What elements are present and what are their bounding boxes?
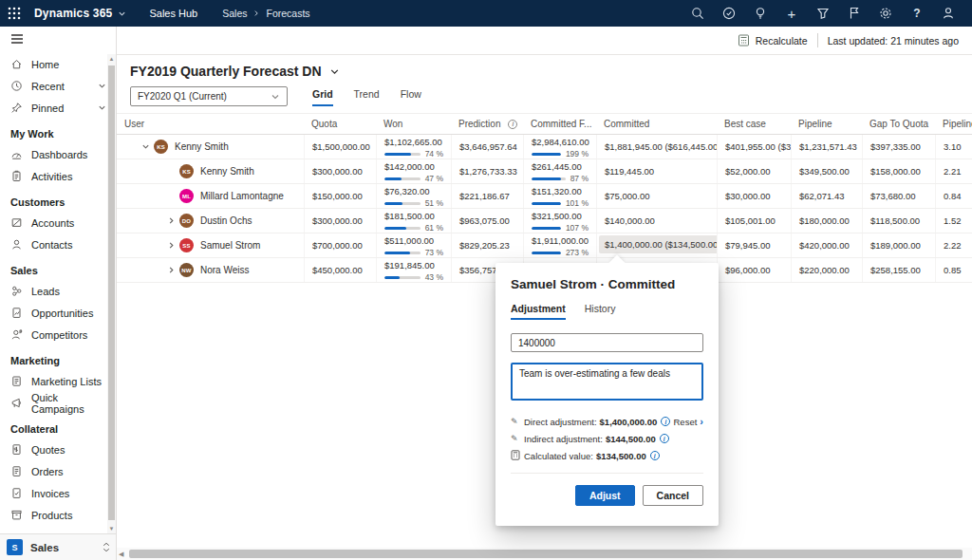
column-header-gap-to-quota[interactable]: Gap To Quota: [862, 113, 935, 135]
hamburger-menu-icon[interactable]: [0, 27, 116, 51]
sidebar-item-quotes[interactable]: Quotes: [0, 439, 116, 460]
info-icon[interactable]: i: [650, 451, 660, 460]
tab-grid[interactable]: Grid: [312, 88, 333, 106]
lightbulb-icon[interactable]: [748, 2, 773, 25]
column-header-won[interactable]: Won: [376, 113, 451, 135]
info-icon[interactable]: i: [661, 417, 670, 426]
sidebar-item-recent[interactable]: Recent: [0, 75, 116, 97]
adjust-button[interactable]: Adjust: [575, 485, 635, 506]
user-name[interactable]: Dustin Ochs: [200, 215, 252, 226]
best-case-cell[interactable]: $30,000.00: [717, 184, 791, 208]
sidebar-item-contacts[interactable]: Contacts: [0, 233, 116, 255]
scroll-down-arrow-icon[interactable]: ▼: [107, 526, 116, 532]
committed-cell[interactable]: $1,881,945.00 ($616,445.00): [596, 135, 717, 159]
adjustment-note-textarea[interactable]: Team is over-estimating a few deals: [511, 363, 703, 401]
user-cell[interactable]: DODustin Ochs: [117, 209, 304, 233]
scroll-left-arrow-icon[interactable]: ◀: [119, 551, 123, 558]
horizontal-scrollbar-thumb[interactable]: [129, 550, 963, 558]
best-case-cell[interactable]: $79,945.00: [717, 233, 791, 257]
user-cell[interactable]: MLMillard Lamontagne: [117, 184, 304, 208]
user-cell[interactable]: SSSamuel Strom: [117, 233, 304, 257]
sidebar-item-quick-campaigns[interactable]: Quick Campaigns: [0, 392, 116, 414]
sidebar-item-activities[interactable]: Activities: [0, 165, 116, 187]
horizontal-scrollbar[interactable]: ◀: [117, 548, 972, 560]
filter-icon[interactable]: [811, 2, 835, 25]
best-case-cell[interactable]: $401,955.00 ($362,9: [717, 135, 791, 159]
column-header-pipeline[interactable]: Pipeline: [935, 113, 972, 135]
user-name[interactable]: Samuel Strom: [200, 240, 260, 251]
chevron-down-icon[interactable]: [329, 66, 340, 77]
column-header-prediction[interactable]: Predictioni: [451, 113, 523, 135]
collapse-chevron-icon[interactable]: [140, 141, 151, 153]
committed-cell[interactable]: $140,000.00: [596, 209, 717, 233]
recalculate-button[interactable]: Recalculate: [738, 34, 808, 47]
chevron-down-icon[interactable]: [98, 103, 106, 114]
forecast-period-dropdown[interactable]: FY2020 Q1 (Current): [130, 86, 288, 106]
cancel-button[interactable]: Cancel: [643, 485, 703, 506]
breadcrumb-sales[interactable]: Sales: [222, 8, 247, 19]
info-icon[interactable]: i: [660, 434, 669, 443]
sidebar-item-marketing-lists[interactable]: Marketing Lists: [0, 370, 116, 392]
scroll-up-arrow-icon[interactable]: ▲: [107, 56, 116, 62]
sidebar-item-leads[interactable]: Leads: [0, 280, 116, 302]
tab-flow[interactable]: Flow: [401, 88, 421, 106]
column-header-committed-f[interactable]: Committed F...: [523, 113, 596, 135]
best-case-cell[interactable]: $96,000.00: [717, 258, 791, 282]
column-header-user[interactable]: User: [117, 113, 304, 135]
sidebar-item-orders[interactable]: Orders: [0, 460, 116, 482]
committed-cell[interactable]: $119,445.00: [596, 159, 717, 183]
account-person-icon[interactable]: [936, 2, 961, 25]
user-cell[interactable]: NWNora Weiss: [117, 258, 304, 282]
quota-cell: $1,500,000.00: [304, 135, 376, 159]
tab-history[interactable]: History: [585, 303, 616, 320]
best-case-cell[interactable]: $105,001.00: [717, 209, 791, 233]
app-launcher-waffle-icon[interactable]: [8, 7, 21, 20]
area-switcher[interactable]: S Sales: [0, 533, 116, 560]
committed-cell[interactable]: $75,000.00: [596, 184, 717, 208]
check-circle-icon[interactable]: [717, 2, 741, 25]
tab-trend[interactable]: Trend: [354, 88, 380, 106]
user-name[interactable]: Kenny Smith: [200, 166, 254, 177]
info-icon[interactable]: i: [508, 120, 517, 129]
app-name[interactable]: Sales Hub: [149, 8, 197, 19]
expand-chevron-icon[interactable]: [165, 215, 177, 227]
sidebar-scrollbar[interactable]: ▲ ▼: [107, 54, 116, 533]
sidebar-item-opportunities[interactable]: Opportunities: [0, 302, 116, 324]
user-name[interactable]: Millard Lamontagne: [200, 191, 284, 201]
adjustment-amount-input[interactable]: [511, 333, 703, 352]
sidebar-item-competitors[interactable]: Competitors: [0, 324, 116, 345]
user-name[interactable]: Kenny Smith: [175, 141, 229, 152]
column-header-committed[interactable]: Committed: [596, 113, 717, 135]
expand-chevron-icon[interactable]: [165, 265, 177, 276]
user-name[interactable]: Nora Weiss: [200, 265, 250, 275]
sidebar-item-accounts[interactable]: Accounts: [0, 212, 116, 233]
user-cell[interactable]: KSKenny Smith: [117, 159, 304, 183]
chevron-down-icon[interactable]: [98, 81, 106, 92]
reset-button[interactable]: Reset ›: [674, 417, 704, 427]
help-icon[interactable]: ?: [905, 2, 929, 25]
sidebar-item-home[interactable]: Home: [0, 53, 116, 75]
sidebar-item-dashboards[interactable]: Dashboards: [0, 143, 116, 165]
committed-cell-selected[interactable]: $1,400,000.00 ($134,500.00): [599, 235, 717, 253]
add-icon[interactable]: +: [779, 2, 804, 25]
product-name[interactable]: Dynamics 365: [34, 7, 112, 20]
user-cell[interactable]: KSKenny Smith: [117, 135, 304, 159]
best-case-cell[interactable]: $52,000.00: [717, 159, 791, 183]
column-header-best-case[interactable]: Best case: [717, 113, 791, 135]
expand-chevron-icon[interactable]: [165, 240, 177, 252]
forecast-title-row[interactable]: FY2019 Quarterly Forecast DN: [130, 64, 972, 79]
settings-gear-icon[interactable]: [873, 2, 898, 25]
sidebar-item-products[interactable]: Products: [0, 504, 116, 526]
chevron-up-down-icon[interactable]: [103, 542, 110, 552]
search-icon[interactable]: [685, 2, 710, 25]
sidebar-item-invoices[interactable]: Invoices: [0, 482, 116, 504]
flag-icon[interactable]: [842, 2, 867, 25]
breadcrumb-forecasts[interactable]: Forecasts: [266, 8, 309, 19]
column-header-quota[interactable]: Quota: [304, 113, 376, 135]
sidebar-item-pinned[interactable]: Pinned: [0, 97, 116, 119]
column-header-pipeline[interactable]: Pipeline: [791, 113, 862, 135]
tab-adjustment[interactable]: Adjustment: [511, 303, 566, 320]
sidebar-scrollbar-thumb[interactable]: [108, 65, 115, 520]
committed-cell[interactable]: $1,400,000.00 ($134,500.00): [596, 233, 717, 257]
page-title[interactable]: FY2019 Quarterly Forecast DN: [130, 64, 322, 79]
